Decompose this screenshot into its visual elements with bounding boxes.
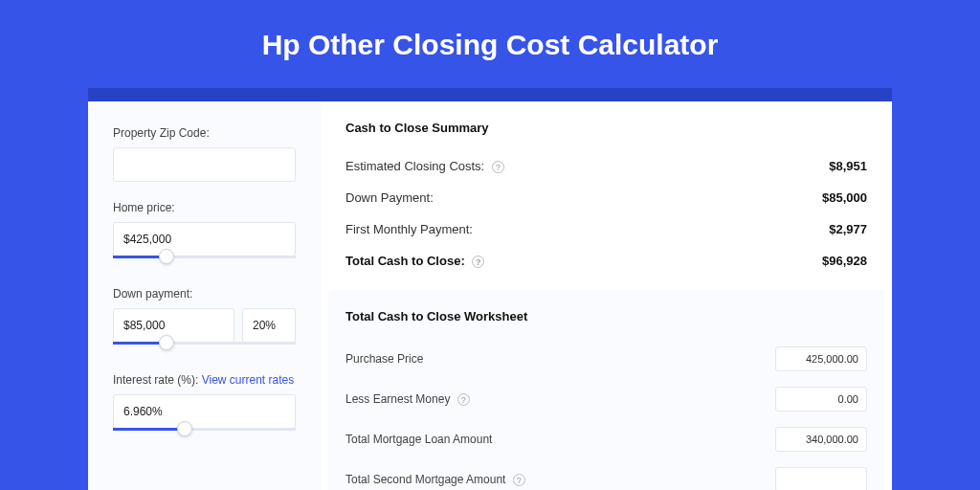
summary-row-value: $85,000 xyxy=(822,190,867,205)
help-icon[interactable]: ? xyxy=(472,256,484,268)
worksheet-card: Total Cash to Close Worksheet Purchase P… xyxy=(328,290,884,490)
home-price-field: Home price: xyxy=(113,201,296,268)
help-icon[interactable]: ? xyxy=(457,393,470,406)
home-price-label: Home price: xyxy=(113,201,296,214)
zip-field: Property Zip Code: xyxy=(113,126,296,182)
worksheet-row-label-text: Total Second Mortgage Amount xyxy=(345,473,505,486)
interest-rate-label: Interest rate (%): View current rates xyxy=(113,373,296,387)
mortgage-amount-input[interactable] xyxy=(775,427,867,452)
summary-row-value: $8,951 xyxy=(829,159,867,173)
summary-row: First Monthly Payment: $2,977 xyxy=(345,213,867,245)
slider-thumb[interactable] xyxy=(159,335,174,350)
summary-total-label: Total Cash to Close: ? xyxy=(345,254,484,268)
zip-label: Property Zip Code: xyxy=(113,126,296,140)
down-payment-slider[interactable] xyxy=(113,343,296,354)
worksheet-row: Total Mortgage Loan Amount xyxy=(345,419,867,459)
help-icon[interactable]: ? xyxy=(513,474,525,486)
worksheet-row: Total Second Mortgage Amount ? xyxy=(345,459,867,490)
summary-row-label-text: Estimated Closing Costs: xyxy=(345,159,484,173)
summary-row-label: Estimated Closing Costs: ? xyxy=(345,159,504,173)
worksheet-row-label: Less Earnest Money ? xyxy=(345,392,470,406)
summary-total-label-text: Total Cash to Close: xyxy=(345,254,465,268)
summary-row-label: Down Payment: xyxy=(345,190,434,205)
down-payment-label: Down payment: xyxy=(113,287,296,301)
worksheet-row-label: Purchase Price xyxy=(345,352,423,366)
calculator-container: Property Zip Code: Home price: Down paym… xyxy=(88,88,892,490)
summary-total-row: Total Cash to Close: ? $96,928 xyxy=(345,245,867,277)
slider-thumb[interactable] xyxy=(177,421,192,436)
slider-thumb[interactable] xyxy=(159,249,174,264)
down-payment-field: Down payment: xyxy=(113,287,296,354)
worksheet-row: Purchase Price xyxy=(345,339,867,379)
home-price-input[interactable] xyxy=(113,222,296,256)
summary-card: Cash to Close Summary Estimated Closing … xyxy=(321,101,892,290)
slider-fill xyxy=(113,428,183,431)
interest-rate-label-text: Interest rate (%): xyxy=(113,373,198,387)
purchase-price-input[interactable] xyxy=(775,346,867,371)
earnest-money-input[interactable] xyxy=(775,387,867,412)
summary-total-value: $96,928 xyxy=(822,254,867,268)
summary-row-label: First Monthly Payment: xyxy=(345,222,473,236)
worksheet-row: Less Earnest Money ? xyxy=(345,379,867,419)
summary-row: Down Payment: $85,000 xyxy=(345,182,867,213)
summary-title: Cash to Close Summary xyxy=(345,121,867,135)
calculator-panel: Property Zip Code: Home price: Down paym… xyxy=(88,101,892,490)
interest-rate-input[interactable] xyxy=(113,394,296,429)
inputs-sidebar: Property Zip Code: Home price: Down paym… xyxy=(88,101,321,490)
worksheet-row-label: Total Second Mortgage Amount ? xyxy=(345,473,525,486)
home-price-slider[interactable] xyxy=(113,256,296,268)
second-mortgage-input[interactable] xyxy=(775,467,867,490)
worksheet-row-label: Total Mortgage Loan Amount xyxy=(345,433,492,446)
summary-row-value: $2,977 xyxy=(829,222,867,236)
slider-fill xyxy=(113,342,164,345)
help-icon[interactable]: ? xyxy=(492,161,504,173)
slider-fill xyxy=(113,256,164,258)
down-payment-pct-input[interactable] xyxy=(242,308,296,343)
worksheet-title: Total Cash to Close Worksheet xyxy=(345,309,867,323)
main-panel: Cash to Close Summary Estimated Closing … xyxy=(321,101,892,490)
interest-rate-field: Interest rate (%): View current rates xyxy=(113,373,296,440)
summary-row: Estimated Closing Costs: ? $8,951 xyxy=(345,150,867,182)
zip-input[interactable] xyxy=(113,147,296,182)
page-title: Hp Other Closing Cost Calculator xyxy=(0,0,980,88)
worksheet-row-label-text: Less Earnest Money xyxy=(345,392,450,406)
down-payment-input[interactable] xyxy=(113,308,234,343)
view-rates-link[interactable]: View current rates xyxy=(202,373,295,387)
interest-rate-slider[interactable] xyxy=(113,429,296,440)
